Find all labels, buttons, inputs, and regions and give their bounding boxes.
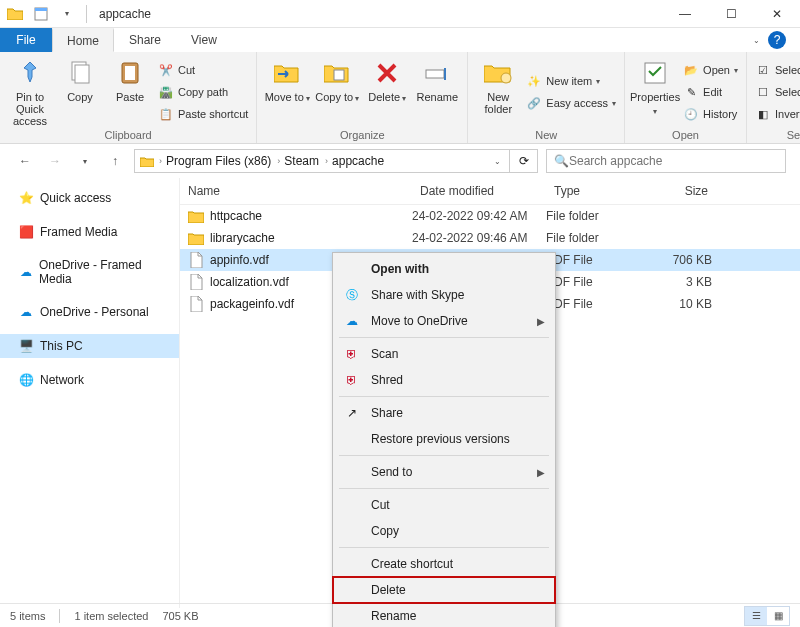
search-box[interactable]: 🔍 [546, 149, 786, 173]
move-to-button[interactable]: Move to ▾ [263, 55, 311, 129]
ctx-restore[interactable]: Restore previous versions [333, 426, 555, 452]
app-icon: 🟥 [18, 224, 34, 240]
cloud-icon: ☁ [18, 304, 34, 320]
recent-locations-button[interactable]: ▾ [74, 150, 96, 172]
ctx-open-with[interactable]: Open with [333, 256, 555, 282]
ctx-rename[interactable]: Rename [333, 603, 555, 627]
paste-shortcut-button[interactable]: 📋Paste shortcut [156, 103, 250, 125]
ctx-create-shortcut[interactable]: Create shortcut [333, 551, 555, 577]
maximize-button[interactable]: ☐ [708, 0, 754, 28]
new-folder-button[interactable]: New folder [474, 55, 522, 129]
svg-rect-3 [75, 65, 89, 83]
file-tab[interactable]: File [0, 28, 52, 52]
select-group-label: Select [753, 129, 800, 143]
folder-icon [188, 230, 204, 246]
ctx-delete[interactable]: Delete [333, 577, 555, 603]
collapse-ribbon-icon[interactable]: ⌄ [753, 36, 760, 45]
cut-button[interactable]: ✂️Cut [156, 59, 250, 81]
new-item-button[interactable]: ✨New item ▾ [524, 70, 618, 92]
file-row[interactable]: librarycache24-02-2022 09:46 AMFile fold… [180, 227, 800, 249]
file-name: librarycache [210, 231, 275, 245]
explorer-app-icon [4, 3, 26, 25]
ctx-copy[interactable]: Copy [333, 518, 555, 544]
sidebar-network[interactable]: 🌐Network [0, 368, 179, 392]
view-tab[interactable]: View [176, 28, 232, 52]
up-button[interactable]: ↑ [104, 150, 126, 172]
thumbnails-view-button[interactable]: ▦ [767, 607, 789, 625]
address-drop-icon[interactable]: ⌄ [490, 157, 505, 166]
copy-button[interactable]: Copy [56, 55, 104, 129]
minimize-button[interactable]: ― [662, 0, 708, 28]
ctx-share-skype[interactable]: ⓈShare with Skype [333, 282, 555, 308]
svg-point-9 [501, 73, 511, 83]
sidebar-framed-media[interactable]: 🟥Framed Media [0, 220, 179, 244]
forward-button[interactable]: → [44, 150, 66, 172]
copy-to-button[interactable]: Copy to ▾ [313, 55, 361, 129]
properties-qat-icon[interactable] [30, 3, 52, 25]
file-size: 10 KB [646, 297, 716, 311]
invert-selection-button[interactable]: ◧Invert selection [753, 103, 800, 125]
rename-button[interactable]: Rename [413, 55, 461, 129]
file-row[interactable]: httpcache24-02-2022 09:42 AMFile folder [180, 205, 800, 227]
ctx-send-to[interactable]: Send to▶ [333, 459, 555, 485]
file-icon [188, 274, 204, 290]
column-headers: Name Date modified Type Size [180, 178, 800, 205]
col-name[interactable]: Name [180, 178, 412, 204]
refresh-button[interactable]: ⟳ [510, 149, 538, 173]
file-icon [188, 252, 204, 268]
ctx-shred[interactable]: ⛨Shred [333, 367, 555, 393]
col-size[interactable]: Size [646, 178, 716, 204]
ribbon-tabs: File Home Share View ⌄ ? [0, 28, 800, 52]
select-none-button[interactable]: ☐Select none [753, 81, 800, 103]
window-title: appcache [99, 7, 151, 21]
titlebar-separator [86, 5, 87, 23]
cloud-icon: ☁ [18, 264, 33, 280]
copy-path-button[interactable]: 🛣️Copy path [156, 81, 250, 103]
crumb-program-files[interactable]: Program Files (x86) [166, 154, 271, 168]
sidebar-this-pc[interactable]: 🖥️This PC [0, 334, 179, 358]
sidebar-quick-access[interactable]: ⭐Quick access [0, 186, 179, 210]
share-icon: ↗ [343, 406, 361, 420]
svg-rect-5 [125, 66, 135, 80]
details-view-button[interactable]: ☰ [745, 607, 767, 625]
new-group: New folder ✨New item ▾ 🔗Easy access ▾ Ne… [468, 52, 625, 143]
crumb-appcache[interactable]: appcache [332, 154, 384, 168]
pin-quick-access-button[interactable]: Pin to Quick access [6, 55, 54, 129]
history-button[interactable]: 🕘History [681, 103, 740, 125]
address-bar[interactable]: › Program Files (x86)› Steam› appcache ⌄ [134, 149, 510, 173]
edit-button[interactable]: ✎Edit [681, 81, 740, 103]
navigation-pane: ⭐Quick access 🟥Framed Media ☁OneDrive - … [0, 178, 180, 608]
file-name: localization.vdf [210, 275, 289, 289]
open-button[interactable]: 📂Open ▾ [681, 59, 740, 81]
paste-button[interactable]: Paste [106, 55, 154, 129]
properties-button[interactable]: Properties ▾ [631, 55, 679, 129]
ctx-share[interactable]: ↗Share [333, 400, 555, 426]
star-icon: ⭐ [18, 190, 34, 206]
svg-rect-7 [426, 70, 444, 78]
col-date[interactable]: Date modified [412, 178, 546, 204]
share-tab[interactable]: Share [114, 28, 176, 52]
col-type[interactable]: Type [546, 178, 646, 204]
status-size: 705 KB [162, 610, 198, 622]
file-name: appinfo.vdf [210, 253, 269, 267]
file-icon [188, 296, 204, 312]
select-all-button[interactable]: ☑Select all [753, 59, 800, 81]
sidebar-onedrive-personal[interactable]: ☁OneDrive - Personal [0, 300, 179, 324]
crumb-steam[interactable]: Steam [284, 154, 319, 168]
shield-icon: ⛨ [343, 347, 361, 361]
home-tab[interactable]: Home [52, 28, 114, 52]
navigation-bar: ← → ▾ ↑ › Program Files (x86)› Steam› ap… [0, 144, 800, 178]
ctx-scan[interactable]: ⛨Scan [333, 341, 555, 367]
help-icon[interactable]: ? [768, 31, 786, 49]
ctx-cut[interactable]: Cut [333, 492, 555, 518]
qat-dropdown-icon[interactable]: ▾ [56, 3, 78, 25]
open-group: Properties ▾ 📂Open ▾ ✎Edit 🕘History Open [625, 52, 747, 143]
back-button[interactable]: ← [14, 150, 36, 172]
sidebar-onedrive-framed[interactable]: ☁OneDrive - Framed Media [0, 254, 179, 290]
search-input[interactable] [569, 154, 779, 168]
file-date: 24-02-2022 09:42 AM [412, 209, 546, 223]
delete-button[interactable]: Delete ▾ [363, 55, 411, 129]
close-button[interactable]: ✕ [754, 0, 800, 28]
ctx-move-onedrive[interactable]: ☁Move to OneDrive▶ [333, 308, 555, 334]
easy-access-button[interactable]: 🔗Easy access ▾ [524, 92, 618, 114]
